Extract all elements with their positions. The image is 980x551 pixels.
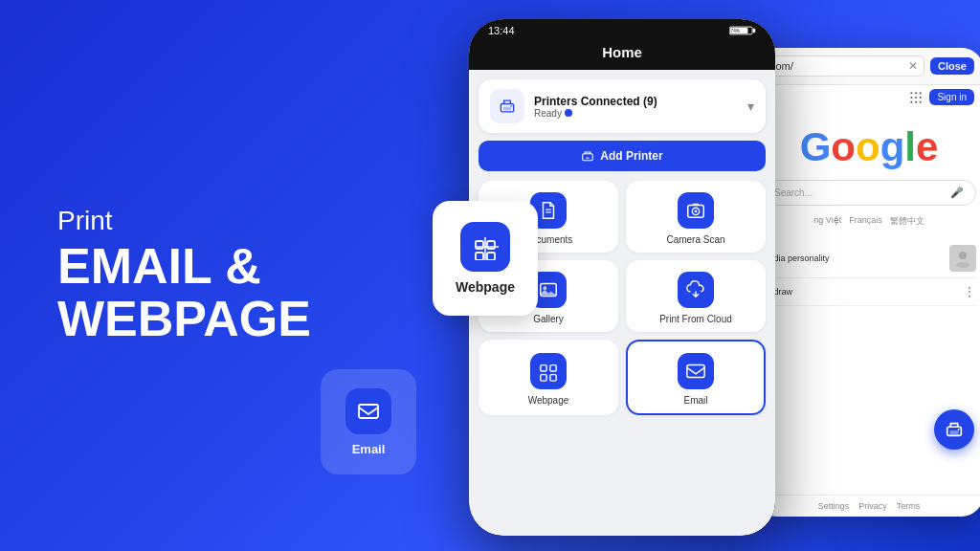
webpage-card-icon [460,222,510,272]
svg-point-37 [959,252,967,259]
svg-point-29 [915,92,917,94]
status-battery: 74% [729,25,756,36]
svg-rect-0 [359,405,378,418]
svg-point-30 [920,92,922,94]
svg-rect-23 [541,365,546,371]
add-printer-button[interactable]: Add Printer [479,141,766,171]
webpage-float-card[interactable]: Webpage [433,201,538,316]
browser-close-button[interactable]: Close [930,57,974,75]
footer-settings[interactable]: Settings [818,501,850,511]
main-title-line2: WEBPAGE [57,291,311,346]
result-thumb-0 [949,245,976,272]
phone-home-title: Home [602,44,642,60]
email-grid-label: Email [683,395,707,406]
phone-status-bar: 13:44 74% [469,19,775,40]
svg-rect-9 [753,29,755,33]
webpage-card-label: Webpage [456,279,515,295]
result-item-1[interactable]: nd draw ⋮ [762,278,976,306]
grid-menu-icon[interactable] [908,90,924,105]
svg-rect-4 [487,253,495,260]
grid-item-webpage[interactable]: Webpage [479,340,618,415]
browser-url-bar[interactable]: com/ ✕ [764,55,924,77]
phone-header: Home [469,40,775,70]
svg-point-41 [958,429,960,430]
camera-scan-label: Camera Scan [666,234,724,245]
printer-info: Printers Connected (9) Ready [534,95,747,119]
svg-point-20 [695,210,698,213]
google-logo: Google [800,124,939,170]
grid-extra-row: Webpage Email [479,340,766,415]
svg-point-13 [510,105,512,107]
svg-rect-27 [687,365,704,378]
printer-card[interactable]: Printers Connected (9) Ready ▾ [479,79,766,133]
chevron-down-icon[interactable]: ▾ [747,99,754,114]
mic-icon[interactable]: 🎤 [950,187,964,199]
webpage-grid-icon [530,353,567,389]
svg-point-31 [911,97,913,99]
lang-vi[interactable]: ng Việt [813,215,841,228]
camera-scan-icon [678,192,714,229]
svg-rect-25 [541,375,546,381]
lang-zh[interactable]: 繁體中文 [890,215,924,228]
lang-fr[interactable]: Français [849,215,882,228]
browser-footer: Settings Privacy Terms [754,495,980,517]
email-card-label: Email [352,442,386,456]
browser-container: com/ ✕ Close Sign in Google [754,48,980,517]
main-title: EMAIL & WEBPAGE [57,240,311,344]
svg-text:74%: 74% [731,29,740,33]
svg-point-22 [544,286,547,290]
more-options-icon[interactable]: ⋮ [963,284,976,299]
footer-terms[interactable]: Terms [897,501,921,511]
svg-rect-2 [487,241,495,249]
main-title-line1: EMAIL & [57,238,261,294]
svg-point-32 [915,97,917,99]
cloud-print-label: Print From Cloud [659,314,732,324]
svg-point-38 [956,262,969,268]
browser-lang-links: ng Việt Français 繁體中文 [813,215,924,228]
email-grid-icon [678,353,714,389]
svg-point-36 [920,100,922,102]
svg-rect-12 [503,107,511,110]
add-printer-label: Add Printer [600,149,662,163]
svg-point-35 [915,100,917,102]
sign-in-button[interactable]: Sign in [929,89,974,105]
ready-dot [565,109,572,117]
svg-point-33 [920,97,922,99]
close-x-icon[interactable]: ✕ [908,59,918,73]
printer-icon-box [490,89,524,123]
svg-rect-3 [476,253,483,260]
result-item-0[interactable]: media personality [762,239,976,278]
browser-toolbar: Sign in [754,85,980,109]
cloud-print-icon [678,272,714,308]
svg-rect-24 [550,365,556,371]
svg-point-34 [911,100,913,102]
svg-rect-14 [583,154,593,161]
email-card-icon [345,388,391,434]
grid-item-camera-scan[interactable]: Camera Scan [626,181,766,253]
left-content: Print EMAIL & WEBPAGE [57,206,311,344]
print-fab-button[interactable] [934,409,974,450]
print-label: Print [57,206,311,236]
browser-bar: com/ ✕ Close [754,48,980,85]
footer-privacy[interactable]: Privacy [858,501,887,511]
svg-rect-1 [476,241,483,249]
grid-item-print-from-cloud[interactable]: Print From Cloud [626,260,766,332]
svg-point-28 [911,92,913,94]
webpage-grid-label: Webpage [528,395,569,406]
grid-item-email[interactable]: Email [626,340,766,415]
search-bar[interactable]: Search... 🎤 [762,180,976,206]
gallery-label: Gallery [533,314,564,324]
status-time: 13:44 [488,25,515,36]
search-placeholder: Search... [774,187,813,198]
svg-rect-26 [550,375,556,381]
email-float-card[interactable]: Email [321,369,416,474]
printer-status: Ready [534,108,747,119]
printer-name: Printers Connected (9) [534,95,747,108]
svg-rect-40 [949,430,958,435]
